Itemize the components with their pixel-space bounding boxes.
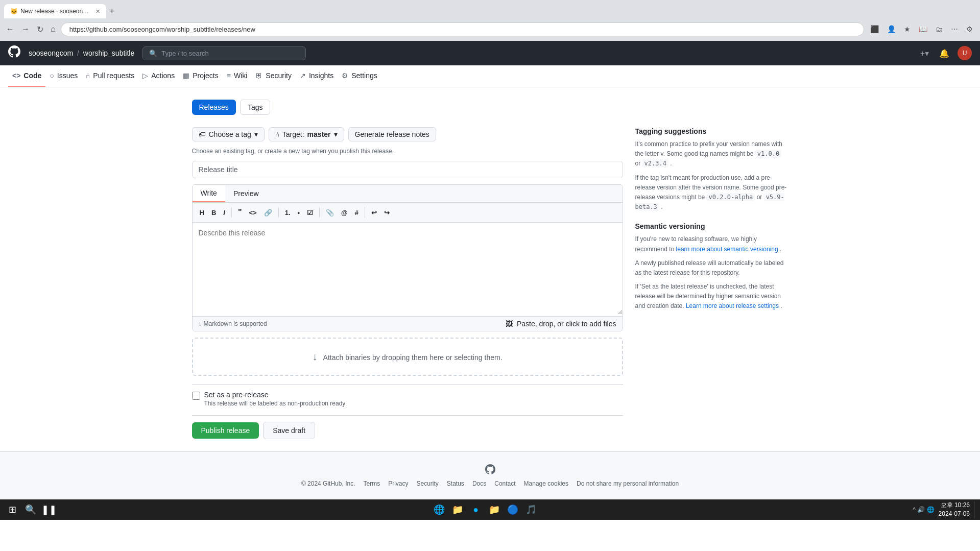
nav-item-settings[interactable]: ⚙ Settings xyxy=(338,65,381,87)
generate-notes-btn[interactable]: Generate release notes xyxy=(348,127,436,141)
user-avatar[interactable]: U xyxy=(958,46,972,60)
link-btn[interactable]: 🔗 xyxy=(261,207,275,219)
footer-do-not-share[interactable]: Do not share my personal information xyxy=(577,480,679,487)
write-tab[interactable]: Write xyxy=(193,185,225,202)
show-desktop-btn[interactable] xyxy=(974,501,976,518)
repo-name-link[interactable]: worship_subtitle xyxy=(83,49,134,57)
tagging-suggestions-section: Tagging suggestions It's common practice… xyxy=(635,127,788,212)
nav-item-insights[interactable]: ↗ Insights xyxy=(296,65,338,87)
pre-release-checkbox[interactable] xyxy=(192,392,200,400)
settings-text: If 'Set as the latest release' is unchec… xyxy=(635,282,788,312)
taskbar-app2-icon[interactable]: 📁 xyxy=(486,501,503,518)
insights-icon: ↗ xyxy=(300,71,306,80)
target-btn[interactable]: ⑃ Target: master ▾ xyxy=(269,127,344,141)
reference-btn[interactable]: # xyxy=(352,207,362,219)
attach-files-btn[interactable]: 🖼 Paste, drop, or click to add files xyxy=(506,320,616,328)
favorites-btn[interactable]: ★ xyxy=(901,23,914,35)
taskbar-edge-icon[interactable]: 🌐 xyxy=(431,501,447,518)
choose-tag-btn[interactable]: 🏷 Choose a tag ▾ xyxy=(192,127,265,141)
repo-path: sooseongcom / worship_subtitle xyxy=(29,49,134,57)
footer-contact[interactable]: Contact xyxy=(494,480,515,487)
taskbar-app3-icon[interactable]: 🔵 xyxy=(505,501,521,518)
nav-item-pull-requests[interactable]: ⑃ Pull requests xyxy=(82,65,138,87)
nav-item-projects[interactable]: ▦ Projects xyxy=(179,65,223,87)
collections-btn[interactable]: 🗂 xyxy=(933,23,946,35)
semantic-text: If you're new to releasing software, we … xyxy=(635,234,788,254)
target-label: Target: xyxy=(282,130,304,138)
tagging-text: It's common practice to prefix your vers… xyxy=(635,139,788,169)
taskbar-app4-icon[interactable]: 🎵 xyxy=(523,501,539,518)
task-list-btn[interactable]: ☑ xyxy=(304,207,316,219)
notifications-btn[interactable]: 🔔 xyxy=(937,46,951,60)
footer-manage-cookies[interactable]: Manage cookies xyxy=(524,480,568,487)
toolbar-sep-3 xyxy=(319,207,320,218)
release-settings-link[interactable]: Learn more about release settings xyxy=(686,302,779,309)
search-box[interactable]: 🔍 Type / to search xyxy=(142,46,306,60)
more-btn[interactable]: ⋯ xyxy=(948,23,961,35)
release-title-input[interactable] xyxy=(192,161,623,178)
search-btn[interactable]: 🔍 xyxy=(22,501,39,518)
heading-btn[interactable]: H xyxy=(197,207,207,219)
unordered-list-btn[interactable]: • xyxy=(295,207,303,219)
profile-btn[interactable]: 👤 xyxy=(884,23,899,35)
nav-item-wiki[interactable]: ≡ Wiki xyxy=(223,65,252,87)
reading-btn[interactable]: 📖 xyxy=(916,23,930,35)
repo-owner-link[interactable]: sooseongcom xyxy=(29,49,73,57)
new-tab-btn[interactable]: + xyxy=(106,6,118,17)
close-tab-btn[interactable]: ✕ xyxy=(95,8,100,15)
nav-item-code[interactable]: <> Code xyxy=(8,65,45,87)
attach-binaries-zone[interactable]: ↓ Attach binaries by dropping them here … xyxy=(192,338,623,376)
attach-btn[interactable]: 📎 xyxy=(323,207,337,219)
footer-copyright: © 2024 GitHub, Inc. xyxy=(301,480,355,487)
github-logo[interactable] xyxy=(8,45,20,61)
refresh-btn[interactable]: ↻ xyxy=(35,22,45,36)
active-tab[interactable]: 🐱 New release · sooseongcom/wo... ✕ xyxy=(4,4,106,18)
taskbar-center: 🌐 📁 ● 📁 🔵 🎵 xyxy=(431,501,539,518)
footer-docs[interactable]: Docs xyxy=(472,480,486,487)
back-btn[interactable]: ← xyxy=(4,22,16,36)
save-draft-btn[interactable]: Save draft xyxy=(263,422,315,439)
pre-release-label[interactable]: Set as a pre-release This release will b… xyxy=(192,391,623,407)
bold-btn[interactable]: B xyxy=(208,207,219,219)
quote-btn[interactable]: " xyxy=(235,206,245,219)
publish-release-btn[interactable]: Publish release xyxy=(192,422,259,439)
taskbar-app1-icon[interactable]: ● xyxy=(468,501,484,518)
ordered-list-btn[interactable]: 1. xyxy=(282,207,294,219)
home-btn[interactable]: ⌂ xyxy=(49,22,58,36)
redo-btn[interactable]: ↪ xyxy=(381,207,393,219)
issues-icon: ○ xyxy=(50,71,54,80)
latest-release-text: A newly published release will automatic… xyxy=(635,258,788,278)
code-btn[interactable]: <> xyxy=(246,207,260,219)
releases-btn[interactable]: Releases xyxy=(192,100,236,115)
preview-tab[interactable]: Preview xyxy=(225,185,267,202)
target-value: master xyxy=(307,130,331,138)
create-btn[interactable]: +▾ xyxy=(918,46,931,60)
task-view-btn[interactable]: ❚❚ xyxy=(41,501,57,518)
footer-terms[interactable]: Terms xyxy=(363,480,380,487)
release-description-textarea[interactable] xyxy=(193,223,623,315)
nav-item-actions[interactable]: ▷ Actions xyxy=(138,65,179,87)
start-btn[interactable]: ⊞ xyxy=(4,501,20,518)
settings-ext-btn[interactable]: ⚙ xyxy=(963,23,976,35)
wiki-icon: ≡ xyxy=(227,71,231,80)
markdown-support-label: ↓ Markdown is supported xyxy=(199,320,267,327)
footer-links: © 2024 GitHub, Inc. Terms Privacy Securi… xyxy=(8,480,972,487)
extensions-btn[interactable]: ⬛ xyxy=(867,23,882,35)
url-input[interactable] xyxy=(61,22,864,36)
footer-status[interactable]: Status xyxy=(447,480,464,487)
clock[interactable]: 오후 10:26 2024-07-06 xyxy=(939,501,970,518)
footer-security[interactable]: Security xyxy=(416,480,438,487)
taskbar-explorer-icon[interactable]: 📁 xyxy=(449,501,466,518)
semantic-versioning-link[interactable]: learn more about semantic versioning xyxy=(676,246,778,253)
forward-btn[interactable]: → xyxy=(19,22,32,36)
nav-item-security[interactable]: ⛨ Security xyxy=(251,65,296,87)
choose-tag-label: Choose a tag xyxy=(209,130,251,138)
undo-btn[interactable]: ↩ xyxy=(368,207,380,219)
mention-btn[interactable]: @ xyxy=(338,207,351,219)
footer-privacy[interactable]: Privacy xyxy=(388,480,408,487)
tagging-text-2: If the tag isn't meant for production us… xyxy=(635,173,788,212)
footer-logo xyxy=(485,464,495,476)
italic-btn[interactable]: I xyxy=(220,207,228,219)
nav-item-issues[interactable]: ○ Issues xyxy=(45,65,82,87)
tags-btn[interactable]: Tags xyxy=(240,100,271,115)
